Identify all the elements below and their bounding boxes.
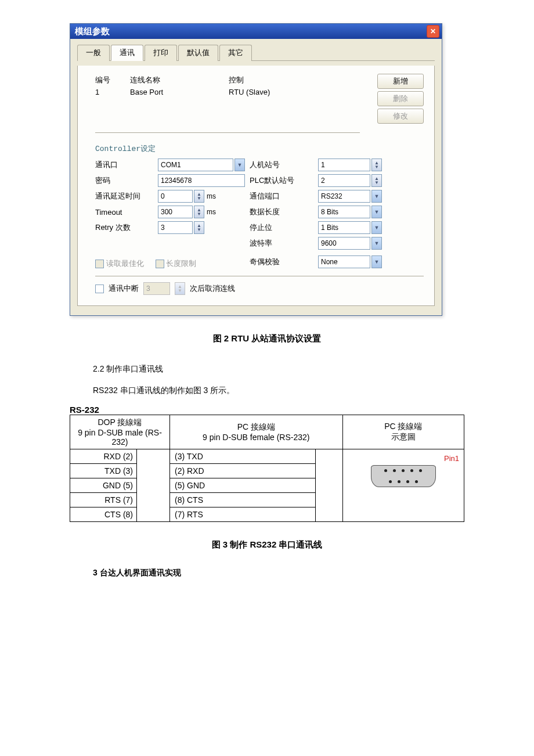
col-name-header: 连线名称 [130, 75, 229, 85]
dop-pin: RXD (2) [70, 449, 137, 464]
label-baud: 波特率 [250, 238, 313, 249]
controller-section-title: Controller设定 [95, 143, 424, 154]
delay-input[interactable] [158, 190, 193, 203]
dialog-title: 模组参数 [75, 26, 110, 37]
interrupt-count-input [143, 282, 170, 295]
connection-list[interactable]: 编号 连线名称 控制 1 Base Port RTU (Slave) [95, 74, 360, 133]
chevron-down-icon[interactable]: ▼ [371, 255, 382, 268]
label-port: 通讯口 [95, 160, 153, 170]
pc-pin: (7) RTS [170, 507, 316, 522]
pc-pin: (5) GND [170, 478, 316, 493]
figure2-caption: 图 2 RTU 从站通讯协议设置 [0, 333, 534, 344]
spinner-icon: ▲▼ [175, 282, 185, 295]
col-ctrl-header: 控制 [229, 75, 360, 85]
edit-button[interactable]: 修改 [377, 109, 424, 124]
tab-default[interactable]: 默认值 [178, 45, 218, 61]
spinner-icon[interactable]: ▲▼ [371, 159, 382, 171]
label-retry: Retry 次数 [95, 222, 153, 233]
pc-pin: (3) TXD [170, 449, 316, 464]
pin1-label: Pin1 [348, 454, 459, 463]
datalen-select[interactable] [318, 206, 370, 218]
tab-comm[interactable]: 通讯 [111, 45, 143, 61]
label-delay: 通讯延迟时间 [95, 191, 153, 201]
rs232-heading: RS-232 [70, 405, 534, 415]
pc-pin: (2) RXD [170, 464, 316, 478]
len-limit-checkbox [156, 260, 164, 268]
chevron-down-icon[interactable]: ▼ [371, 237, 382, 250]
tab-other[interactable]: 其它 [219, 45, 252, 61]
spinner-icon[interactable]: ▲▼ [194, 221, 204, 234]
chevron-down-icon[interactable]: ▼ [371, 190, 382, 203]
pinout-table: DOP 接線端 9 pin D-SUB male (RS-232) PC 接線端… [70, 415, 464, 522]
parity-select[interactable] [318, 255, 370, 268]
chevron-down-icon[interactable]: ▼ [234, 159, 245, 171]
label-plc: PLC默认站号 [250, 175, 313, 186]
spinner-icon[interactable]: ▲▼ [194, 190, 204, 203]
tab-general[interactable]: 一般 [77, 45, 110, 61]
spinner-icon[interactable]: ▲▼ [194, 206, 204, 218]
baud-select[interactable] [318, 237, 370, 250]
dop-pin: GND (5) [70, 478, 137, 493]
retry-input[interactable] [158, 221, 193, 234]
tab-strip: 一般 通讯 打印 默认值 其它 [77, 45, 435, 61]
spinner-icon[interactable]: ▲▼ [371, 174, 382, 187]
tab-print[interactable]: 打印 [145, 45, 177, 61]
list-item[interactable]: 1 Base Port RTU (Slave) [95, 87, 360, 98]
dop-pin: CTS (8) [70, 507, 137, 522]
db9-connector-icon [371, 465, 436, 487]
read-opt-checkbox [95, 260, 104, 268]
commport-select[interactable] [318, 190, 370, 203]
add-button[interactable]: 新增 [377, 74, 424, 89]
timeout-input[interactable] [158, 206, 193, 218]
label-cancel-after: 次后取消连线 [190, 283, 235, 294]
pc-pin: (8) CTS [170, 493, 316, 507]
section-3-heading: 3 台达人机界面通讯实现 [93, 568, 464, 578]
dop-pin: RTS (7) [70, 493, 137, 507]
label-datalen: 数据长度 [250, 207, 313, 217]
para-2-2: RS232 串口通讯线的制作如图 3 所示。 [93, 383, 464, 398]
label-parity: 奇偶校验 [250, 257, 313, 267]
label-interrupt: 通讯中断 [109, 283, 139, 294]
password-input[interactable] [158, 174, 245, 187]
plc-station-input[interactable] [318, 174, 370, 187]
delete-button[interactable]: 删除 [377, 91, 424, 106]
dialog-titlebar: 模组参数 ✕ [70, 24, 442, 39]
port-select[interactable] [158, 159, 233, 171]
figure3-caption: 图 3 制作 RS232 串口通讯线 [0, 539, 534, 550]
chevron-down-icon[interactable]: ▼ [371, 206, 382, 218]
dop-pin: TXD (3) [70, 464, 137, 478]
label-hmi: 人机站号 [250, 160, 313, 170]
label-timeout: Timeout [95, 208, 153, 217]
close-icon[interactable]: ✕ [427, 25, 439, 38]
stopbit-select[interactable] [318, 221, 370, 234]
interrupt-checkbox[interactable] [95, 285, 104, 293]
section-2-2-title: 2.2 制作串口通讯线 [93, 362, 464, 376]
col-num-header: 编号 [95, 75, 130, 85]
chevron-down-icon[interactable]: ▼ [371, 221, 382, 234]
label-stopbit: 停止位 [250, 222, 313, 233]
hmi-station-input[interactable] [318, 159, 370, 171]
label-commport: 通信端口 [250, 191, 313, 201]
module-params-dialog: 模组参数 ✕ 一般 通讯 打印 默认值 其它 编号 连线名称 控制 [70, 23, 442, 316]
label-password: 密码 [95, 175, 153, 186]
